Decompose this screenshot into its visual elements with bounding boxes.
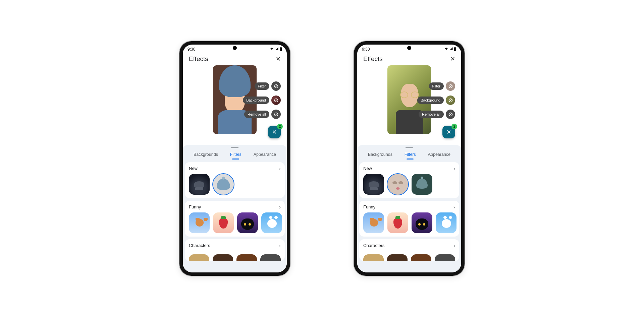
filter-thumb-cat[interactable] — [412, 212, 432, 233]
wifi-icon — [444, 47, 448, 52]
cellular-icon — [275, 47, 279, 52]
filter-thumb-bunny[interactable] — [436, 212, 457, 233]
preview-zone: Filter Background Remove all ✕ 2 — [357, 65, 461, 142]
header: Effects ✕ — [183, 54, 287, 65]
svg-line-13 — [449, 99, 452, 102]
overlay-background-row: Background — [243, 96, 281, 105]
filter-thumb-peek[interactable] — [260, 254, 281, 261]
section-title: New — [363, 166, 372, 171]
filter-label-pill[interactable]: Filter — [429, 82, 444, 90]
effects-close-fab[interactable]: ✕ 2 — [442, 126, 455, 138]
battery-icon — [279, 47, 282, 52]
remove-all-button[interactable] — [446, 110, 455, 119]
page-title: Effects — [189, 55, 208, 63]
filter-thumb-peek[interactable] — [363, 254, 384, 261]
tabs: Backgrounds Filters Appearance — [183, 149, 287, 160]
section-title: New — [189, 166, 198, 171]
effects-sheet: Backgrounds Filters Appearance New › — [183, 145, 287, 272]
drag-handle[interactable] — [231, 147, 238, 148]
svg-line-7 — [275, 113, 277, 116]
filter-thumb-beanie[interactable] — [213, 174, 234, 195]
filter-thumb-beanie[interactable] — [412, 174, 432, 195]
filter-thumb-peek[interactable] — [236, 254, 257, 261]
filter-thumb-face-mask[interactable] — [387, 174, 408, 195]
filter-thumb-fox[interactable] — [189, 212, 210, 233]
remove-all-pill[interactable]: Remove all — [419, 111, 444, 118]
tab-backgrounds[interactable]: Backgrounds — [367, 150, 394, 160]
overlay-background-row: Background — [417, 96, 455, 105]
chevron-right-icon: › — [453, 243, 455, 248]
sections: New › Funny › — [357, 160, 461, 272]
chevron-right-icon: › — [279, 204, 281, 210]
filter-thumb-peek[interactable] — [189, 254, 209, 261]
section-funny: Funny › — [359, 201, 459, 237]
wifi-icon — [270, 47, 274, 52]
background-disable-button[interactable] — [446, 96, 455, 105]
section-header-characters[interactable]: Characters › — [189, 243, 281, 248]
filter-thumb-fedora[interactable] — [189, 174, 210, 195]
filter-disable-button[interactable] — [271, 81, 281, 91]
tab-backgrounds[interactable]: Backgrounds — [192, 150, 219, 160]
thumb-row-new — [363, 174, 455, 195]
chevron-right-icon: › — [453, 204, 455, 210]
svg-line-5 — [275, 99, 277, 102]
section-new: New › — [185, 162, 285, 198]
background-disable-button[interactable] — [271, 96, 281, 105]
filter-disable-button[interactable] — [446, 81, 455, 91]
thumb-row-funny — [189, 212, 281, 233]
remove-all-pill[interactable]: Remove all — [244, 111, 269, 118]
section-characters: Characters › — [359, 239, 459, 261]
chevron-right-icon: › — [279, 243, 281, 248]
overlay-removeall-row: Remove all — [419, 110, 455, 119]
filter-thumb-peek[interactable] — [435, 254, 455, 261]
cellular-icon — [449, 47, 453, 52]
close-icon[interactable]: ✕ — [450, 55, 455, 63]
tab-appearance[interactable]: Appearance — [252, 150, 277, 160]
section-header-funny[interactable]: Funny › — [189, 204, 281, 210]
section-characters: Characters › — [185, 239, 285, 261]
section-title: Funny — [363, 204, 375, 209]
effects-count-badge: 2 — [277, 124, 283, 129]
filter-label-pill[interactable]: Filter — [255, 82, 269, 90]
page-title: Effects — [363, 55, 383, 63]
effects-sheet: Backgrounds Filters Appearance New › — [357, 145, 461, 272]
section-header-funny[interactable]: Funny › — [363, 204, 455, 210]
close-icon[interactable]: ✕ — [276, 55, 281, 63]
svg-line-3 — [275, 85, 277, 87]
filter-thumb-bunny[interactable] — [261, 212, 282, 233]
tab-appearance[interactable]: Appearance — [427, 150, 452, 160]
filter-thumb-fox[interactable] — [363, 212, 384, 233]
chevron-right-icon: › — [279, 166, 281, 171]
section-header-characters[interactable]: Characters › — [363, 243, 455, 248]
thumb-row-new — [189, 174, 281, 195]
section-new: New › — [359, 162, 459, 198]
filter-thumb-fedora[interactable] — [363, 174, 384, 195]
tab-filters[interactable]: Filters — [403, 150, 417, 160]
svg-line-15 — [449, 113, 452, 116]
thumb-row-characters — [363, 254, 455, 261]
drag-handle[interactable] — [406, 147, 413, 148]
svg-rect-9 — [455, 47, 455, 47]
svg-rect-0 — [280, 47, 282, 51]
filter-thumb-cat[interactable] — [237, 212, 258, 233]
remove-all-button[interactable] — [271, 110, 281, 119]
thumb-row-funny — [363, 212, 455, 233]
filter-thumb-strawberry[interactable] — [213, 212, 234, 233]
overlay-filter-row: Filter — [255, 81, 281, 91]
filter-thumb-peek[interactable] — [411, 254, 431, 261]
sections: New › Funny › — [183, 160, 287, 272]
tabs: Backgrounds Filters Appearance — [357, 149, 461, 160]
preview-zone: Filter Background Remove all ✕ 2 — [183, 65, 287, 142]
filter-thumb-peek[interactable] — [387, 254, 408, 261]
section-header-new[interactable]: New › — [189, 166, 281, 171]
battery-icon — [454, 47, 457, 52]
filter-thumb-strawberry[interactable] — [387, 212, 408, 233]
section-header-new[interactable]: New › — [363, 166, 455, 171]
tab-filters[interactable]: Filters — [229, 150, 243, 160]
background-label-pill[interactable]: Background — [243, 97, 269, 104]
effects-close-fab[interactable]: ✕ 2 — [268, 126, 281, 138]
background-label-pill[interactable]: Background — [417, 97, 444, 104]
overlay-filter-row: Filter — [429, 81, 455, 91]
status-icons — [444, 47, 457, 52]
filter-thumb-peek[interactable] — [213, 254, 233, 261]
